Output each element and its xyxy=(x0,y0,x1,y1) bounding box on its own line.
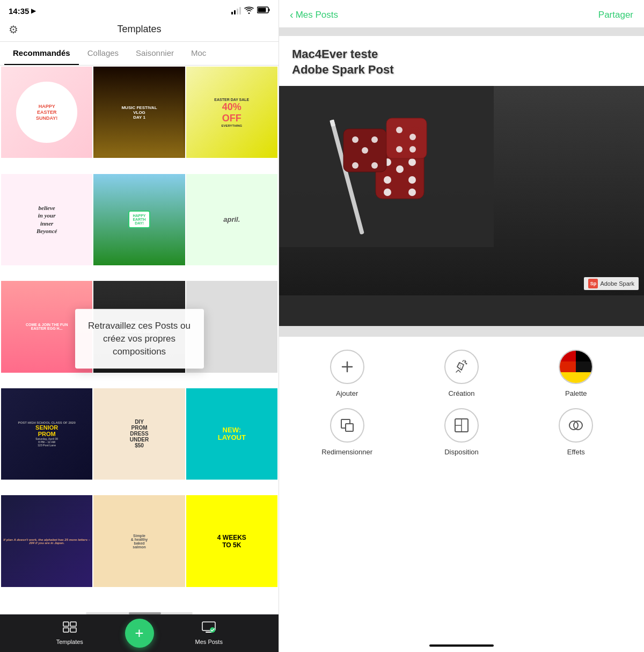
action-palette[interactable]: Palette xyxy=(519,350,633,397)
list-item[interactable]: DIYPROMDRESSUNDER$50 xyxy=(93,388,185,480)
post-image: Mac4Ever teste Adobe Spark Post xyxy=(279,36,644,326)
settings-icon[interactable]: ⚙ xyxy=(9,23,18,36)
svg-point-27 xyxy=(396,127,402,133)
home-indicator xyxy=(279,639,644,652)
tab-seasonal[interactable]: Saisonnier xyxy=(127,42,182,65)
palette-icon xyxy=(559,350,593,384)
svg-rect-1 xyxy=(269,9,270,11)
fab-plus-icon: + xyxy=(135,625,143,642)
disposition-icon xyxy=(444,408,479,443)
home-bar xyxy=(429,644,494,647)
svg-point-28 xyxy=(409,134,416,140)
svg-point-15 xyxy=(408,158,416,166)
signal-bar-4 xyxy=(239,7,241,15)
action-effets[interactable]: Effets xyxy=(519,408,633,456)
fab-add-button[interactable]: + xyxy=(125,619,154,648)
svg-point-33 xyxy=(465,363,467,365)
template-grid: HAPPYEASTERSUNDAY! MUSIC FESTIVALVLOGDAY… xyxy=(0,66,279,603)
status-icons xyxy=(231,6,270,16)
category-tabs: Recommandés Collages Saisonnier Moc xyxy=(0,42,279,66)
ajouter-label: Ajouter xyxy=(336,389,358,397)
location-icon: ▶ xyxy=(31,7,36,15)
app-header: ⚙ Templates xyxy=(0,19,279,42)
svg-point-34 xyxy=(464,361,465,363)
left-panel: 14:35 ▶ xyxy=(0,0,279,652)
bottom-nav: Templates + Mes Posts xyxy=(0,614,279,652)
back-button[interactable]: ‹ Mes Posts xyxy=(290,9,338,21)
list-item[interactable]: HAPPYEASTERSUNDAY! xyxy=(1,67,92,158)
mes-posts-nav-icon xyxy=(202,621,216,636)
list-item[interactable]: 4 WEEKSTO 5K xyxy=(186,495,277,586)
signal-bar-2 xyxy=(234,10,236,15)
effets-label: Effets xyxy=(567,448,585,456)
action-creation[interactable]: Création xyxy=(404,350,518,397)
header-title: Templates xyxy=(117,24,161,35)
svg-point-23 xyxy=(371,136,378,143)
share-button[interactable]: Partager xyxy=(598,10,633,20)
post-title-line1: Mac4Ever teste xyxy=(292,47,378,61)
palette-label: Palette xyxy=(565,389,587,397)
list-item[interactable]: april. xyxy=(186,174,277,265)
back-chevron-icon: ‹ xyxy=(290,9,294,21)
disposition-label: Disposition xyxy=(444,448,479,456)
list-item[interactable]: Simple& healthybakedsalmon xyxy=(93,495,185,586)
svg-rect-4 xyxy=(63,628,69,632)
svg-point-18 xyxy=(384,189,391,196)
watermark-label: Adobe Spark xyxy=(600,280,634,287)
status-bar: 14:35 ▶ xyxy=(0,0,279,19)
list-item[interactable]: MUSIC FESTIVALVLOGDAY 1 xyxy=(93,67,185,158)
svg-rect-36 xyxy=(346,424,353,431)
svg-rect-26 xyxy=(386,118,427,158)
svg-rect-5 xyxy=(70,622,76,626)
svg-point-14 xyxy=(396,165,404,173)
tab-collages[interactable]: Collages xyxy=(79,42,127,65)
redimensionner-label: Redimensionner xyxy=(321,448,372,456)
list-item[interactable]: NEW:LAYOUT xyxy=(186,388,277,480)
tab-recommended[interactable]: Recommandés xyxy=(4,42,79,65)
sp-badge: Sp xyxy=(588,279,598,288)
tab-mode[interactable]: Moc xyxy=(182,42,215,65)
svg-point-24 xyxy=(352,162,358,169)
nav-mes-posts[interactable]: Mes Posts xyxy=(182,621,236,645)
action-disposition[interactable]: Disposition xyxy=(404,408,518,456)
ajouter-icon xyxy=(330,350,364,384)
redimensionner-icon xyxy=(330,408,364,443)
svg-point-17 xyxy=(408,176,416,184)
svg-point-16 xyxy=(384,176,391,184)
list-item[interactable]: EASTER DAY SALE 40%OFF EVERYTHING xyxy=(186,67,277,158)
bottom-spacer xyxy=(279,326,644,337)
share-label: Partager xyxy=(598,10,633,20)
nav-templates[interactable]: Templates xyxy=(43,621,97,645)
wifi-icon xyxy=(244,6,254,16)
svg-rect-6 xyxy=(70,628,76,632)
list-item[interactable]: HAPPY EARTH DAY! xyxy=(93,174,185,265)
template-grid-container: HAPPYEASTERSUNDAY! MUSIC FESTIVALVLOGDAY… xyxy=(0,66,279,612)
actions-grid: Ajouter Création xyxy=(279,350,644,456)
list-item[interactable] xyxy=(186,281,277,372)
list-item[interactable]: believein yourinnerBeyoncé xyxy=(1,174,92,265)
list-item[interactable]: If plan A doesn't work, the alphabet has… xyxy=(1,495,92,586)
svg-point-29 xyxy=(396,146,402,153)
list-item[interactable]: Save the Date2017COMMENCEMENT xyxy=(93,281,185,372)
watermark: Sp Adobe Spark xyxy=(584,277,639,290)
signal-bar-1 xyxy=(231,12,233,15)
creation-label: Création xyxy=(448,389,474,397)
dice-scene: Sp Adobe Spark xyxy=(279,86,644,295)
action-redimensionner[interactable]: Redimensionner xyxy=(290,408,404,456)
creation-icon xyxy=(444,350,479,384)
svg-rect-3 xyxy=(63,622,69,626)
effets-icon xyxy=(559,408,593,443)
right-header: ‹ Mes Posts Partager xyxy=(279,0,644,27)
action-ajouter[interactable]: Ajouter xyxy=(290,350,404,397)
svg-point-25 xyxy=(371,162,378,169)
back-label: Mes Posts xyxy=(296,10,338,20)
svg-point-21 xyxy=(352,136,358,143)
list-item[interactable]: POST HIGH SCHOOL CLASS OF 2020 SENIORPRO… xyxy=(1,388,92,480)
templates-nav-label: Templates xyxy=(56,639,83,645)
templates-nav-icon xyxy=(63,621,77,636)
svg-point-22 xyxy=(362,147,368,154)
list-item[interactable]: COME & JOIN THE FUNEASTER EGG H... xyxy=(1,281,92,372)
right-panel: ‹ Mes Posts Partager Mac4Ever teste Adob… xyxy=(279,0,644,652)
top-spacer xyxy=(279,27,644,36)
svg-point-30 xyxy=(409,146,416,153)
